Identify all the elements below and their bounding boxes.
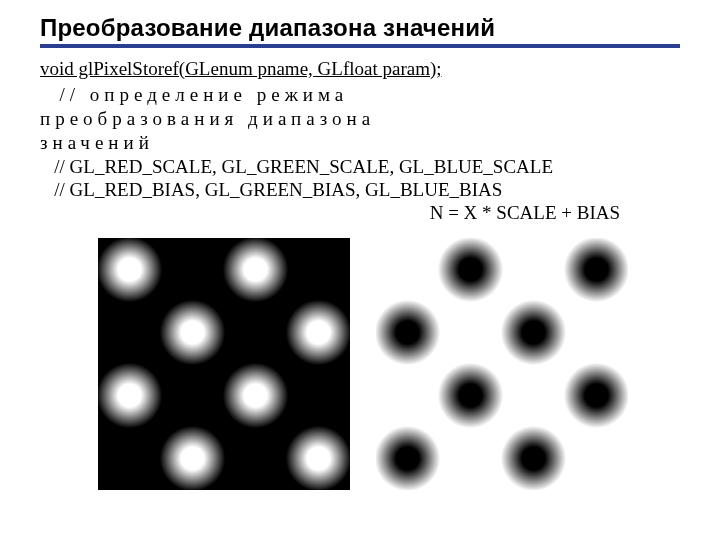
figure-right (376, 238, 628, 490)
constants-line-2: // GL_RED_BIAS, GL_GREEN_BIAS, GL_BLUE_B… (40, 179, 690, 201)
comment-line-1: // определение режима (40, 84, 690, 106)
constants-line-1: // GL_RED_SCALE, GL_GREEN_SCALE, GL_BLUE… (40, 156, 690, 178)
slide-title: Преобразование диапазона значений (40, 14, 690, 42)
code-signature: void glPixelStoref(GLenum pname, GLfloat… (40, 58, 690, 80)
figure-left (98, 238, 350, 490)
formula: N = X * SCALE + BIAS (40, 202, 690, 224)
comment-line-2: преобразования диапазона (40, 108, 690, 130)
title-underline (40, 44, 680, 48)
comment-line-3: значений (40, 132, 690, 154)
figures-row (98, 238, 690, 490)
slide: Преобразование диапазона значений void g… (0, 0, 720, 540)
